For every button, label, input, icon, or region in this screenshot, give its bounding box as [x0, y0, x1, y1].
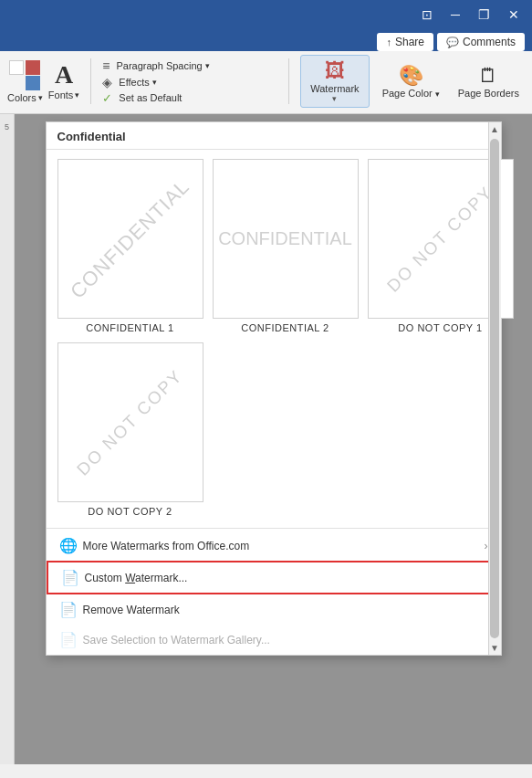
- remove-watermark-icon: 📄: [59, 601, 76, 618]
- fonts-dropdown-arrow: ▾: [75, 90, 79, 100]
- remove-watermark-item[interactable]: 📄 Remove Watermark: [47, 594, 501, 625]
- wm-text-conf1: CONFIDENTIAL: [66, 174, 194, 303]
- ruler-number: 5: [5, 118, 9, 136]
- custom-watermark-label: Custom Watermark...: [85, 572, 188, 584]
- comments-icon: 💬: [446, 37, 459, 48]
- colors-button[interactable]: Colors ▾: [7, 92, 43, 103]
- wm-label-dnc2: DO NOT COPY 2: [88, 506, 172, 517]
- maximize-icon[interactable]: ❐: [473, 5, 495, 24]
- effects-button[interactable]: Effects ▾: [116, 76, 159, 89]
- ribbon-divider-1: [90, 58, 91, 104]
- watermark-icon: 🖼: [325, 59, 345, 83]
- menu-divider-1: [47, 528, 501, 529]
- close-icon[interactable]: ✕: [503, 5, 525, 24]
- watermark-grid-bottom: DO NOT COPY DO NOT COPY 2: [47, 342, 501, 526]
- watermark-dropdown-panel: Confidential CONFIDENTIAL CONFIDENTIAL 1…: [46, 121, 502, 656]
- paragraph-spacing-button[interactable]: Paragraph Spacing ▾: [113, 59, 212, 72]
- left-ruler: 5: [0, 114, 15, 764]
- scroll-down-arrow[interactable]: ▼: [488, 641, 501, 655]
- watermark-dropdown-arrow: ▾: [332, 94, 337, 103]
- wm-text-dnc1: DO NOT COPY: [383, 182, 497, 296]
- watermark-label: Watermark: [310, 83, 359, 94]
- scroll-up-arrow[interactable]: ▲: [488, 122, 501, 136]
- swatch-white: [9, 60, 24, 75]
- more-watermarks-label: More Watermarks from Office.com: [83, 540, 250, 552]
- watermark-button[interactable]: 🖼 Watermark ▾: [300, 55, 369, 108]
- theme-group: Colors ▾ A Fonts ▾: [7, 60, 79, 103]
- custom-watermark-item[interactable]: 📄 Custom Watermark...: [47, 561, 501, 594]
- colors-swatches: [9, 60, 40, 90]
- ribbon: Colors ▾ A Fonts ▾ ≡ Paragraph Spacing ▾…: [0, 51, 532, 114]
- share-icon: ↑: [386, 37, 391, 47]
- wm-text-conf2: CONFIDENTIAL: [218, 228, 352, 249]
- swatch-blue: [26, 76, 40, 90]
- fonts-group: A Fonts ▾: [48, 62, 80, 100]
- more-watermarks-item[interactable]: 🌐 More Watermarks from Office.com ›: [47, 531, 501, 561]
- watermark-grid-top: CONFIDENTIAL CONFIDENTIAL 1 CONFIDENTIAL…: [47, 150, 501, 342]
- page-color-label: Page Color ▾: [382, 88, 440, 99]
- wm-text-dnc2: DO NOT COPY: [73, 365, 187, 479]
- title-bar: ⊡ ─ ❐ ✕: [0, 0, 532, 29]
- save-selection-item: 📄 Save Selection to Watermark Gallery...: [47, 625, 501, 655]
- effects-row: ◈ Effects ▾: [102, 75, 277, 89]
- ribbon-top-bar: ↑ Share 💬 Comments: [0, 29, 532, 51]
- check-icon: ✓: [102, 91, 112, 105]
- wm-preview-dnc2: DO NOT COPY: [57, 342, 203, 502]
- comments-label: Comments: [463, 36, 516, 48]
- watermark-item-conf2[interactable]: CONFIDENTIAL CONFIDENTIAL 2: [213, 159, 359, 333]
- wm-preview-conf2: CONFIDENTIAL: [213, 159, 359, 319]
- dropdown-section-header: Confidential: [47, 122, 501, 150]
- colors-dropdown-arrow: ▾: [38, 93, 43, 102]
- main-area: 5 Confidential CONFIDENTIAL CONFIDENTIAL…: [0, 114, 532, 764]
- save-selection-label: Save Selection to Watermark Gallery...: [83, 634, 270, 647]
- globe-icon: 🌐: [59, 537, 76, 554]
- page-borders-button[interactable]: 🗒 Page Borders: [453, 62, 525, 100]
- document-area: Confidential CONFIDENTIAL CONFIDENTIAL 1…: [15, 114, 532, 764]
- wm-preview-conf1: CONFIDENTIAL: [57, 159, 203, 319]
- share-label: Share: [395, 36, 424, 48]
- scrollbar[interactable]: ▲ ▼: [488, 122, 501, 655]
- wm-label-conf2: CONFIDENTIAL 2: [241, 322, 329, 333]
- fonts-icon: A: [55, 62, 73, 88]
- page-color-arrow: ▾: [435, 89, 440, 99]
- save-selection-icon: 📄: [59, 631, 76, 648]
- watermark-item-dnc2[interactable]: DO NOT COPY DO NOT COPY 2: [57, 342, 203, 517]
- remove-watermark-label: Remove Watermark: [83, 604, 180, 616]
- set-default-row: ✓ Set as Default: [102, 91, 277, 105]
- set-as-default-button[interactable]: Set as Default: [116, 91, 184, 104]
- wm-label-conf1: CONFIDENTIAL 1: [86, 322, 173, 333]
- page-borders-icon: 🗒: [478, 64, 498, 88]
- minimize-icon[interactable]: ─: [445, 5, 465, 24]
- comments-button[interactable]: 💬 Comments: [437, 33, 525, 51]
- custom-watermark-icon: 📄: [61, 569, 78, 586]
- page-color-button[interactable]: 🎨 Page Color ▾: [377, 62, 445, 100]
- paragraph-row: ≡ Paragraph Spacing ▾: [102, 58, 277, 73]
- wm-label-dnc1: DO NOT COPY 1: [398, 322, 482, 333]
- page-borders-label: Page Borders: [458, 88, 519, 99]
- page-color-icon: 🎨: [399, 64, 423, 88]
- watermark-item-conf1[interactable]: CONFIDENTIAL CONFIDENTIAL 1: [57, 159, 203, 333]
- scroll-thumb[interactable]: [490, 139, 499, 638]
- restore-icon[interactable]: ⊡: [416, 5, 438, 24]
- fonts-button[interactable]: Fonts ▾: [48, 89, 80, 100]
- spacing-effects-group: ≡ Paragraph Spacing ▾ ◈ Effects ▾ ✓ Set …: [102, 58, 277, 105]
- ribbon-divider-2: [288, 58, 289, 104]
- colors-fonts-group: Colors ▾: [7, 60, 43, 103]
- swatch-orange: [26, 60, 40, 75]
- share-button[interactable]: ↑ Share: [377, 33, 433, 51]
